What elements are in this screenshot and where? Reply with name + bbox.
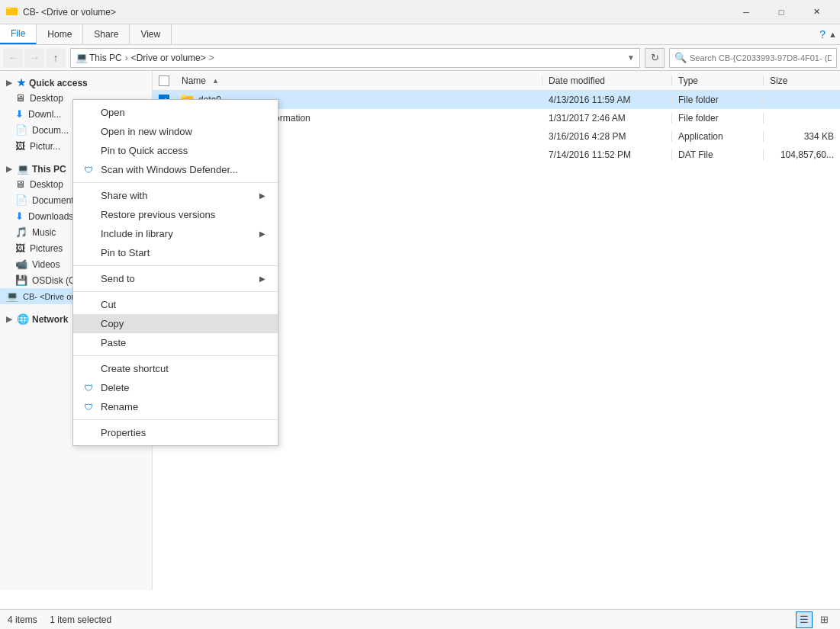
quick-access-star-icon: ★ bbox=[17, 77, 26, 88]
ctx-delete-shield-icon: 🛡 bbox=[81, 383, 96, 393]
minimize-button[interactable]: ─ bbox=[729, 0, 764, 24]
column-date-modified[interactable]: Date modified bbox=[542, 75, 672, 86]
search-input[interactable] bbox=[690, 53, 832, 63]
up-button[interactable]: ↑ bbox=[46, 48, 66, 68]
header-check[interactable] bbox=[153, 75, 175, 86]
breadcrumb-drive-icon: 💻 bbox=[76, 52, 88, 63]
breadcrumb-this-pc[interactable]: This PC bbox=[89, 53, 122, 63]
tab-file[interactable]: File bbox=[0, 24, 37, 44]
music-icon: 🎵 bbox=[15, 226, 27, 238]
sidebar-label: Pictur... bbox=[30, 141, 60, 152]
row-date-4: 7/14/2016 11:52 PM bbox=[542, 149, 672, 160]
ctx-shield-icon: 🛡 bbox=[81, 165, 96, 175]
column-type-label: Type bbox=[678, 75, 698, 86]
breadcrumb-sep2: > bbox=[209, 53, 214, 63]
this-pc-icon: 💻 bbox=[17, 163, 29, 175]
drive-cb-icon: 💻 bbox=[6, 290, 18, 302]
row-size-3: 334 KB bbox=[764, 131, 840, 142]
breadcrumb-drive[interactable]: <Drive or volume> bbox=[131, 53, 206, 63]
address-bar[interactable]: 💻 This PC › <Drive or volume> > ▼ bbox=[70, 48, 640, 68]
status-bar: 4 items 1 item selected ☰ ⊞ bbox=[0, 609, 840, 629]
ctx-paste[interactable]: Paste bbox=[73, 333, 278, 352]
ctx-pin-start-label: Pin to Start bbox=[101, 247, 150, 258]
sidebar-label: Desktop bbox=[30, 93, 63, 104]
ctx-restore-versions[interactable]: Restore previous versions bbox=[73, 205, 278, 224]
view-details-button[interactable]: ☰ bbox=[796, 611, 813, 628]
column-name[interactable]: Name ▲ bbox=[175, 75, 542, 86]
quick-access-label: Quick access bbox=[29, 78, 88, 88]
ctx-separator-4 bbox=[73, 355, 278, 356]
ctx-pin-quick-access[interactable]: Pin to Quick access bbox=[73, 141, 278, 160]
ctx-copy[interactable]: Copy bbox=[73, 314, 278, 333]
ribbon: File Home Share View ? ▲ bbox=[0, 24, 840, 45]
network-icon: 🌐 bbox=[17, 313, 29, 325]
ctx-open-new-window[interactable]: Open in new window bbox=[73, 122, 278, 141]
this-pc-label: This PC bbox=[32, 164, 66, 175]
svg-rect-3 bbox=[182, 95, 186, 98]
tab-home[interactable]: Home bbox=[37, 24, 83, 44]
ctx-scan-defender[interactable]: 🛡 Scan with Windows Defender... bbox=[73, 160, 278, 179]
tab-share[interactable]: Share bbox=[83, 24, 130, 44]
column-type[interactable]: Type bbox=[672, 75, 764, 86]
drive-c-icon: 💾 bbox=[15, 274, 27, 286]
videos-icon: 📹 bbox=[15, 258, 27, 270]
item-count: 4 items bbox=[8, 615, 37, 625]
view-large-icons-button[interactable]: ⊞ bbox=[816, 611, 832, 628]
sidebar-label: Documents bbox=[32, 195, 79, 206]
ribbon-collapse-icon[interactable]: ▲ bbox=[829, 30, 837, 39]
ctx-copy-label: Copy bbox=[101, 318, 124, 329]
sidebar-label: Pictures bbox=[30, 243, 63, 254]
ctx-open-new-window-label: Open in new window bbox=[101, 126, 192, 137]
ctx-include-library[interactable]: Include in library ▶ bbox=[73, 224, 278, 243]
network-label: Network bbox=[32, 314, 68, 325]
ctx-cut[interactable]: Cut bbox=[73, 295, 278, 314]
ctx-pin-start[interactable]: Pin to Start bbox=[73, 243, 278, 262]
ctx-send-to[interactable]: Send to ▶ bbox=[73, 269, 278, 288]
ctx-rename[interactable]: 🛡 Rename bbox=[73, 397, 278, 416]
ctx-properties[interactable]: Properties bbox=[73, 423, 278, 442]
column-date-label: Date modified bbox=[549, 75, 605, 86]
help-icon[interactable]: ? bbox=[819, 28, 826, 40]
row-date-2: 1/31/2017 2:46 AM bbox=[542, 113, 672, 124]
row-date-3: 3/16/2016 4:28 PM bbox=[542, 131, 672, 142]
ctx-delete-label: Delete bbox=[101, 382, 130, 393]
column-size[interactable]: Size bbox=[764, 75, 840, 86]
ctx-separator-5 bbox=[73, 419, 278, 420]
desktop-icon: 🖥 bbox=[15, 92, 25, 104]
pictures-icon: 🖼 bbox=[15, 140, 25, 152]
close-button[interactable]: ✕ bbox=[799, 0, 834, 24]
row-type-3: Application bbox=[672, 131, 764, 142]
downloads-icon2: ⬇ bbox=[15, 210, 24, 222]
desktop-icon2: 🖥 bbox=[15, 178, 25, 190]
breadcrumb: 💻 This PC › <Drive or volume> > bbox=[76, 52, 216, 63]
ctx-library-arrow-icon: ▶ bbox=[259, 229, 266, 238]
ctx-open-label: Open bbox=[101, 107, 125, 118]
header-checkbox[interactable] bbox=[159, 75, 169, 86]
svg-rect-1 bbox=[6, 7, 11, 9]
toolbar: ← → ↑ 💻 This PC › <Drive or volume> > ▼ … bbox=[0, 45, 840, 71]
row-type-2: File folder bbox=[672, 113, 764, 124]
refresh-button[interactable]: ↻ bbox=[645, 48, 665, 68]
row-date-1: 4/13/2016 11:59 AM bbox=[542, 95, 672, 105]
back-button[interactable]: ← bbox=[3, 48, 23, 68]
sidebar-section-quick-access[interactable]: ▶ ★ Quick access bbox=[0, 74, 152, 90]
row-size-4: 104,857,60... bbox=[764, 149, 840, 160]
context-menu: Open Open in new window Pin to Quick acc… bbox=[72, 99, 278, 446]
ctx-paste-label: Paste bbox=[101, 337, 126, 348]
ctx-scan-label: Scan with Windows Defender... bbox=[101, 164, 238, 175]
tab-view[interactable]: View bbox=[130, 24, 172, 44]
status-info: 4 items 1 item selected bbox=[8, 615, 111, 625]
documents-icon2: 📄 bbox=[15, 194, 27, 206]
ctx-delete[interactable]: 🛡 Delete bbox=[73, 378, 278, 397]
ctx-create-shortcut[interactable]: Create shortcut bbox=[73, 359, 278, 378]
sidebar-label: Videos bbox=[32, 259, 60, 270]
maximize-button[interactable]: □ bbox=[764, 0, 799, 24]
ctx-rename-label: Rename bbox=[101, 401, 138, 412]
ctx-open[interactable]: Open bbox=[73, 103, 278, 122]
title-bar-icon bbox=[6, 5, 18, 19]
address-dropdown-icon[interactable]: ▼ bbox=[627, 53, 635, 62]
network-arrow-icon: ▶ bbox=[6, 315, 12, 323]
forward-button[interactable]: → bbox=[24, 48, 44, 68]
ctx-restore-label: Restore previous versions bbox=[101, 209, 215, 220]
ctx-share-with[interactable]: Share with ▶ bbox=[73, 186, 278, 205]
